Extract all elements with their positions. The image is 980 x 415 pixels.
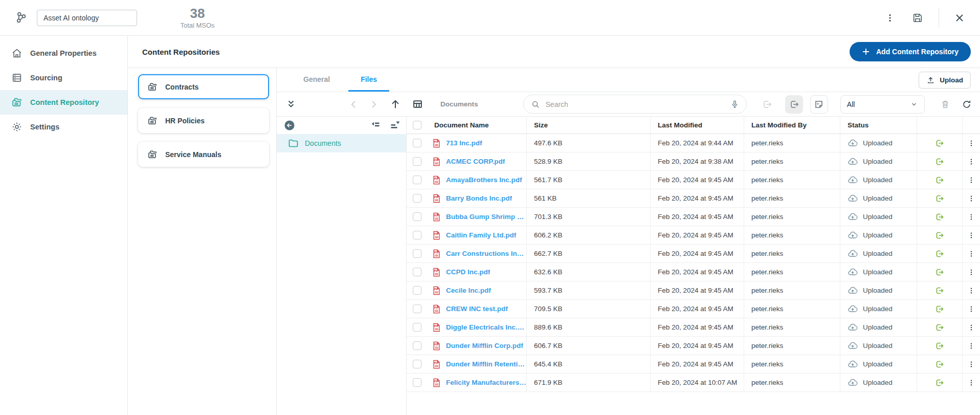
navigate-forward-button[interactable] <box>366 97 381 112</box>
upload-button[interactable]: Upload <box>919 72 971 89</box>
row-export-button[interactable] <box>932 191 947 206</box>
row-checkbox[interactable] <box>413 176 421 184</box>
file-link[interactable]: AmayaBrothers Inc.pdf <box>446 176 522 184</box>
voice-search-button[interactable] <box>730 100 739 108</box>
row-checkbox[interactable] <box>413 360 421 368</box>
export-file-button-disabled[interactable] <box>758 95 776 114</box>
delete-button[interactable] <box>938 97 952 112</box>
column-header-document-name[interactable]: Document Name <box>427 117 527 134</box>
row-checkbox[interactable] <box>413 139 421 147</box>
close-button[interactable] <box>952 11 967 25</box>
row-checkbox[interactable] <box>413 157 421 166</box>
repo-card-service-manuals[interactable]: Service Manuals <box>138 142 269 167</box>
row-export-button[interactable] <box>932 247 947 261</box>
column-header-last-modified[interactable]: Last Modified <box>651 117 744 134</box>
file-link[interactable]: Felicity Manufacturers In... <box>446 379 526 386</box>
file-link[interactable]: ACMEC CORP.pdf <box>446 158 505 165</box>
row-export-button[interactable] <box>932 320 947 335</box>
row-export-button[interactable] <box>932 302 947 316</box>
file-link[interactable]: Bubba Gump Shrimp Co.... <box>446 213 526 221</box>
sidebar-item-general-properties[interactable]: General Properties <box>0 41 127 65</box>
tree-expand-button[interactable] <box>390 120 400 130</box>
refresh-button[interactable] <box>960 97 974 112</box>
sidebar-item-sourcing[interactable]: Sourcing <box>0 65 127 90</box>
row-menu-button[interactable] <box>968 213 975 221</box>
row-export-button[interactable] <box>932 173 947 187</box>
row-menu-button[interactable] <box>968 250 975 258</box>
navigate-back-button[interactable] <box>347 97 361 112</box>
row-menu-button[interactable] <box>968 231 975 239</box>
file-link[interactable]: Barry Bonds Inc.pdf <box>446 194 512 202</box>
row-menu-button[interactable] <box>968 379 975 387</box>
tree-item-documents[interactable]: Documents <box>277 134 406 152</box>
tab-general[interactable]: General <box>291 68 342 92</box>
file-link[interactable]: CCPD Inc.pdf <box>446 268 490 276</box>
select-all-checkbox[interactable] <box>413 121 421 129</box>
file-link[interactable]: Carr Constructions Inc.pdf <box>446 250 526 257</box>
tab-files[interactable]: Files <box>348 68 389 92</box>
row-export-button[interactable] <box>932 376 947 390</box>
row-menu-button[interactable] <box>968 342 975 350</box>
repo-card-contracts[interactable]: Contracts <box>138 74 269 99</box>
repo-card-hr-policies[interactable]: HR Policies <box>138 108 269 133</box>
row-export-button[interactable] <box>932 339 947 353</box>
file-link[interactable]: Cecile Inc.pdf <box>446 287 491 294</box>
row-checkbox[interactable] <box>413 231 421 239</box>
search-input[interactable] <box>546 100 725 108</box>
save-button[interactable] <box>910 10 925 26</box>
add-content-repository-button[interactable]: Add Content Repository <box>850 42 971 61</box>
sidebar-item-content-repository[interactable]: Content Repository <box>0 90 127 115</box>
more-options-button[interactable] <box>883 11 897 25</box>
row-menu-button[interactable] <box>968 360 975 368</box>
row-export-button[interactable] <box>932 136 947 150</box>
upload-button-label: Upload <box>940 76 963 84</box>
row-checkbox[interactable] <box>413 304 421 313</box>
table-view-button[interactable] <box>410 97 425 112</box>
row-checkbox[interactable] <box>413 378 421 387</box>
file-link[interactable]: Caitlin Family Ltd.pdf <box>446 231 516 239</box>
row-export-button[interactable] <box>932 155 947 169</box>
row-menu-button[interactable] <box>968 287 975 295</box>
row-menu-button[interactable] <box>968 323 975 332</box>
file-link[interactable]: 713 Inc.pdf <box>446 139 482 147</box>
notes-button[interactable] <box>810 95 828 114</box>
file-link[interactable]: Dunder Mifflin Retention ... <box>446 360 526 368</box>
row-export-button[interactable] <box>932 357 947 372</box>
status-label: Uploaded <box>863 379 893 386</box>
row-menu-button[interactable] <box>968 139 975 147</box>
sidebar-item-settings[interactable]: Settings <box>0 115 127 139</box>
row-export-button[interactable] <box>932 283 947 298</box>
file-link[interactable]: Diggle Electricals Inc.pdf <box>446 323 526 331</box>
row-checkbox[interactable] <box>413 249 421 258</box>
row-menu-button[interactable] <box>968 158 975 166</box>
row-menu-button[interactable] <box>968 194 975 203</box>
file-link[interactable]: CREW INC test.pdf <box>446 305 508 313</box>
row-checkbox[interactable] <box>413 212 421 221</box>
file-link[interactable]: Dunder Mifflin Corp.pdf <box>446 342 523 350</box>
row-menu-cell <box>963 171 980 189</box>
row-export-button[interactable] <box>932 265 947 279</box>
file-size: 561.7 KB <box>527 171 651 189</box>
column-header-last-modified-by[interactable]: Last Modified By <box>744 117 840 134</box>
row-menu-button[interactable] <box>968 305 975 313</box>
export-file-button[interactable] <box>785 95 803 114</box>
column-header-size[interactable]: Size <box>527 117 651 134</box>
file-export-icon <box>934 249 945 259</box>
ontology-name-input[interactable] <box>37 10 137 26</box>
row-checkbox[interactable] <box>413 194 421 203</box>
row-menu-button[interactable] <box>968 268 975 276</box>
table-row: PDF Felicity Manufacturers In... 671.9 K… <box>407 374 980 392</box>
row-export-button[interactable] <box>932 228 947 243</box>
row-checkbox[interactable] <box>413 286 421 295</box>
row-checkbox[interactable] <box>413 323 421 332</box>
row-export-button[interactable] <box>932 210 947 224</box>
status-filter-dropdown[interactable]: All <box>840 95 925 114</box>
row-menu-button[interactable] <box>968 176 975 184</box>
row-checkbox[interactable] <box>413 268 421 276</box>
up-level-button[interactable] <box>388 97 403 112</box>
row-checkbox[interactable] <box>413 341 421 350</box>
column-header-status[interactable]: Status <box>840 117 917 134</box>
tree-collapse-button[interactable] <box>370 120 381 130</box>
tree-back-button[interactable] <box>284 120 295 131</box>
expand-all-button[interactable] <box>284 97 298 112</box>
